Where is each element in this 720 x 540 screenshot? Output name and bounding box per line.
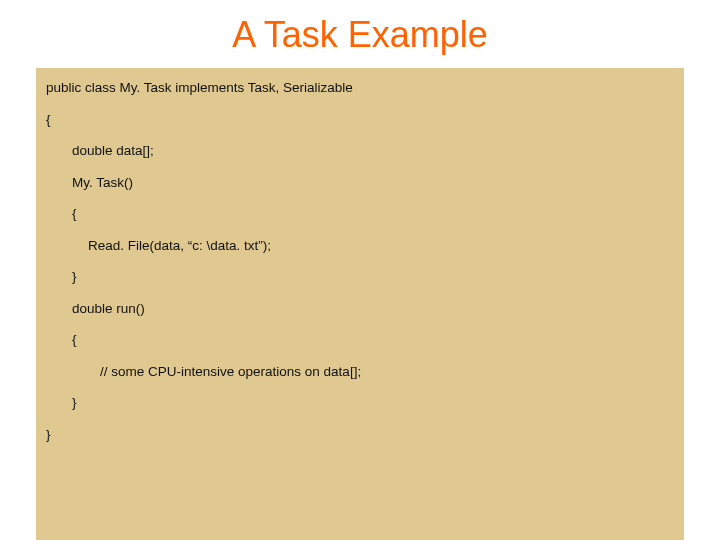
code-line: public class My. Task implements Task, S… <box>46 80 674 96</box>
code-line: } <box>46 427 674 443</box>
code-line: Read. File(data, “c: \data. txt”); <box>46 238 674 254</box>
code-line: { <box>46 332 674 348</box>
code-line: double data[]; <box>46 143 674 159</box>
code-line: } <box>46 395 674 411</box>
code-line: My. Task() <box>46 175 674 191</box>
code-line: } <box>46 269 674 285</box>
slide-title: A Task Example <box>0 14 720 56</box>
code-line: // some CPU-intensive operations on data… <box>46 364 674 380</box>
code-block: public class My. Task implements Task, S… <box>36 68 684 540</box>
code-line: { <box>46 206 674 222</box>
code-line: double run() <box>46 301 674 317</box>
code-line: { <box>46 112 674 128</box>
slide: A Task Example public class My. Task imp… <box>0 0 720 540</box>
